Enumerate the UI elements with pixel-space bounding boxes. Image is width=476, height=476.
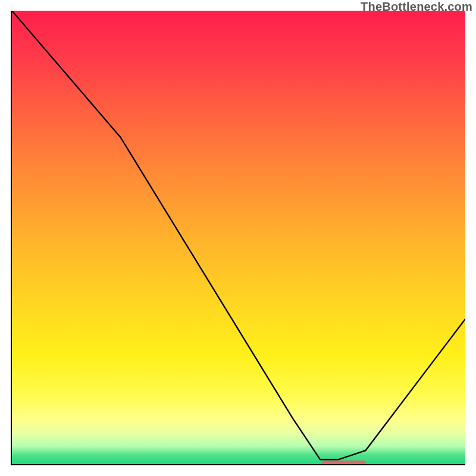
chart-frame: TheBottleneck.com — [0, 0, 476, 476]
plot-area — [11, 11, 465, 465]
bottleneck-curve — [12, 11, 465, 464]
optimal-range-marker — [321, 461, 367, 465]
